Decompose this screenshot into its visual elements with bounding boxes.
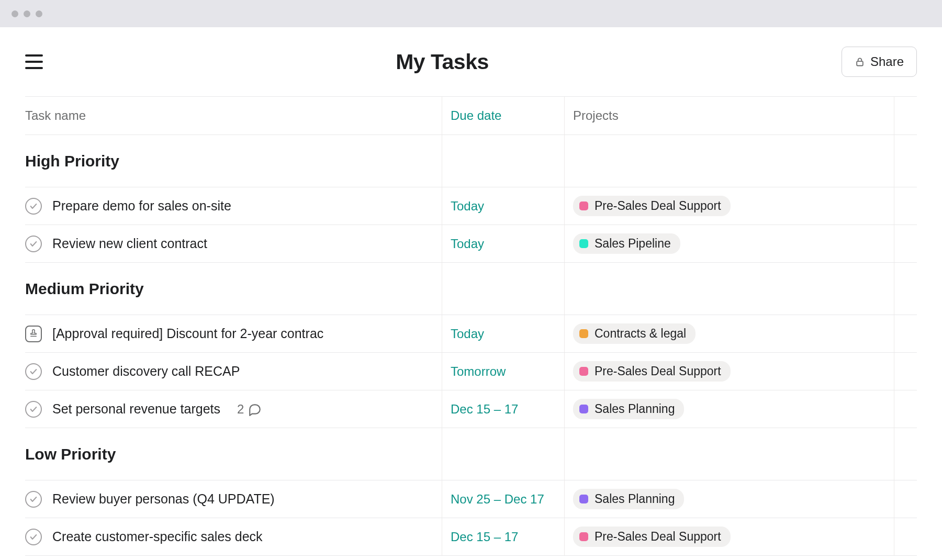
col-header-projects[interactable]: Projects bbox=[564, 97, 894, 135]
task-row[interactable]: Review buyer personas (Q4 UPDATE)Nov 25 … bbox=[25, 480, 917, 518]
share-button[interactable]: Share bbox=[842, 47, 917, 77]
complete-toggle[interactable] bbox=[25, 236, 42, 252]
project-pill[interactable]: Contracts & legal bbox=[573, 323, 696, 344]
check-icon bbox=[29, 533, 38, 541]
due-date[interactable]: Today bbox=[442, 225, 564, 262]
due-date[interactable]: Tomorrow bbox=[442, 353, 564, 390]
task-row[interactable]: Set personal revenue targets2Dec 15 – 17… bbox=[25, 390, 917, 428]
window-titlebar bbox=[0, 0, 942, 27]
project-color-swatch bbox=[579, 495, 588, 503]
project-color-swatch bbox=[579, 329, 588, 338]
task-name: Customer discovery call RECAP bbox=[52, 364, 240, 379]
task-row[interactable]: Customer discovery call RECAPTomorrowPre… bbox=[25, 353, 917, 390]
project-pill[interactable]: Sales Planning bbox=[573, 489, 684, 509]
section-title: Low Priority bbox=[25, 428, 442, 480]
project-name: Pre-Sales Deal Support bbox=[595, 199, 721, 213]
section-title: Medium Priority bbox=[25, 263, 442, 315]
check-icon bbox=[29, 495, 38, 503]
project-name: Sales Planning bbox=[595, 402, 675, 416]
project-pill[interactable]: Pre-Sales Deal Support bbox=[573, 361, 731, 382]
task-name: [Approval required] Discount for 2-year … bbox=[52, 326, 323, 341]
section-header[interactable]: Medium Priority bbox=[25, 263, 917, 315]
task-row[interactable]: [Approval required] Discount for 2-year … bbox=[25, 315, 917, 353]
task-name: Set personal revenue targets bbox=[52, 401, 220, 417]
col-header-name[interactable]: Task name bbox=[25, 97, 442, 135]
col-header-extra bbox=[894, 97, 917, 135]
lock-icon bbox=[855, 56, 865, 68]
check-icon bbox=[29, 405, 38, 413]
svg-rect-0 bbox=[857, 61, 863, 65]
menu-button[interactable] bbox=[25, 54, 43, 69]
project-color-swatch bbox=[579, 405, 588, 413]
project-name: Contracts & legal bbox=[595, 327, 686, 341]
window-dot-close[interactable] bbox=[12, 10, 18, 17]
project-pill[interactable]: Pre-Sales Deal Support bbox=[573, 527, 731, 547]
complete-toggle[interactable] bbox=[25, 491, 42, 508]
section-title: High Priority bbox=[25, 135, 442, 187]
project-name: Pre-Sales Deal Support bbox=[595, 530, 721, 544]
project-pill[interactable]: Pre-Sales Deal Support bbox=[573, 196, 731, 216]
col-header-due[interactable]: Due date bbox=[442, 97, 564, 135]
project-name: Pre-Sales Deal Support bbox=[595, 364, 721, 378]
section-header[interactable]: Low Priority bbox=[25, 428, 917, 480]
check-icon bbox=[29, 240, 38, 248]
project-color-swatch bbox=[579, 239, 588, 248]
share-label: Share bbox=[870, 54, 904, 69]
due-date[interactable]: Nov 25 – Dec 17 bbox=[442, 480, 564, 518]
due-date[interactable]: Dec 15 – 17 bbox=[442, 518, 564, 555]
window-dot-zoom[interactable] bbox=[36, 10, 42, 17]
complete-toggle[interactable] bbox=[25, 363, 42, 380]
complete-toggle[interactable] bbox=[25, 198, 42, 215]
due-date[interactable]: Dec 15 – 17 bbox=[442, 390, 564, 428]
project-pill[interactable]: Sales Planning bbox=[573, 399, 684, 419]
task-table: Task name Due date Projects High Priorit… bbox=[25, 96, 917, 556]
page-title: My Tasks bbox=[396, 50, 489, 74]
task-row[interactable]: Review new client contractTodaySales Pip… bbox=[25, 225, 917, 263]
task-row[interactable]: Create customer-specific sales deckDec 1… bbox=[25, 518, 917, 556]
task-name: Review buyer personas (Q4 UPDATE) bbox=[52, 491, 275, 507]
project-color-swatch bbox=[579, 201, 588, 210]
check-icon bbox=[29, 367, 38, 376]
project-name: Sales Pipeline bbox=[595, 237, 671, 251]
complete-toggle[interactable] bbox=[25, 401, 42, 418]
comment-count[interactable]: 2 bbox=[237, 402, 262, 417]
window-dot-minimize[interactable] bbox=[24, 10, 30, 17]
due-date[interactable]: Today bbox=[442, 315, 564, 352]
check-icon bbox=[29, 202, 38, 210]
task-name: Create customer-specific sales deck bbox=[52, 529, 263, 544]
due-date[interactable]: Today bbox=[442, 187, 564, 225]
project-color-swatch bbox=[579, 532, 588, 541]
approval-icon bbox=[25, 326, 42, 342]
table-header-row: Task name Due date Projects bbox=[25, 96, 917, 135]
project-pill[interactable]: Sales Pipeline bbox=[573, 233, 680, 254]
comment-icon bbox=[248, 402, 262, 416]
task-name: Prepare demo for sales on-site bbox=[52, 198, 231, 214]
project-name: Sales Planning bbox=[595, 492, 675, 506]
task-name: Review new client contract bbox=[52, 236, 207, 251]
section-header[interactable]: High Priority bbox=[25, 135, 917, 187]
complete-toggle[interactable] bbox=[25, 529, 42, 545]
task-row[interactable]: Prepare demo for sales on-siteTodayPre-S… bbox=[25, 187, 917, 225]
project-color-swatch bbox=[579, 367, 588, 376]
